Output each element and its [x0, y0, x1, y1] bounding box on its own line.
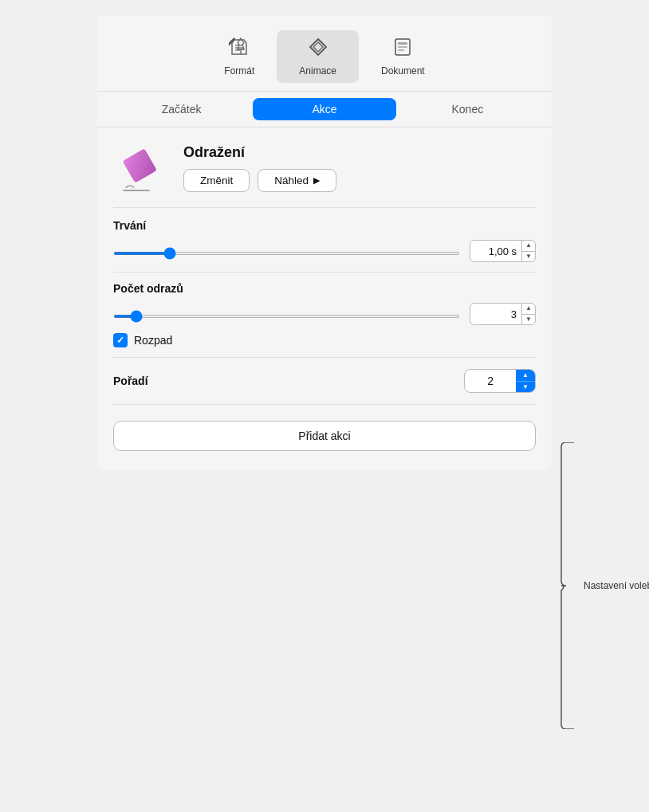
- tab-akce[interactable]: Akce: [253, 98, 395, 120]
- annotation-text: Nastavení voleb animace: [584, 579, 649, 593]
- poradi-row: Pořadí 2 ▲ ▼: [113, 369, 536, 393]
- svg-rect-8: [398, 49, 404, 51]
- animation-info: Odražení Změnit Náhled ▶: [183, 144, 536, 192]
- count-down-arrow[interactable]: ▼: [522, 315, 535, 325]
- count-slider[interactable]: [113, 315, 460, 318]
- divider-1: [113, 272, 536, 273]
- animation-header: Odražení Změnit Náhled ▶: [113, 140, 536, 208]
- duration-label: Trvání: [113, 219, 536, 232]
- format-icon: [229, 37, 250, 62]
- duration-stepper: 1,00 s ▲ ▼: [470, 240, 536, 262]
- dokument-label: Dokument: [381, 65, 425, 76]
- divider-3: [113, 404, 536, 405]
- duration-down-arrow[interactable]: ▼: [522, 252, 535, 262]
- preview-button[interactable]: Náhled ▶: [258, 169, 336, 192]
- poradi-up-arrow[interactable]: ▲: [516, 370, 535, 382]
- toolbar-format[interactable]: Formát: [202, 30, 277, 83]
- poradi-label: Pořadí: [113, 375, 148, 387]
- play-icon: ▶: [313, 175, 320, 186]
- count-slider-wrapper: [113, 307, 460, 321]
- divider-2: [113, 357, 536, 358]
- duration-value: 1,00 s: [470, 241, 521, 261]
- rozpad-row: ✓ Rozpad: [113, 333, 536, 347]
- settings-area: Trvání 1,00 s ▲ ▼: [113, 219, 536, 451]
- duration-section: Trvání 1,00 s ▲ ▼: [113, 219, 536, 262]
- annotation: Nastavení voleb animace: [560, 442, 649, 729]
- svg-rect-7: [398, 46, 407, 48]
- count-stepper: 3 ▲ ▼: [470, 303, 536, 325]
- duration-slider-row: 1,00 s ▲ ▼: [113, 240, 536, 262]
- animace-label: Animace: [299, 65, 336, 76]
- animation-buttons: Změnit Náhled ▶: [183, 169, 536, 192]
- rozpad-label: Rozpad: [134, 334, 172, 347]
- count-up-arrow[interactable]: ▲: [522, 304, 535, 315]
- animation-preview-icon: [113, 140, 169, 196]
- animace-icon: [308, 37, 328, 62]
- segment-tabs: Začátek Akce Konec: [97, 92, 552, 127]
- count-label: Počet odrazů: [113, 282, 536, 295]
- svg-rect-6: [398, 42, 407, 45]
- change-button[interactable]: Změnit: [183, 169, 250, 192]
- animation-title: Odražení: [183, 144, 536, 161]
- poradi-arrows: ▲ ▼: [516, 370, 535, 392]
- checkmark-icon: ✓: [116, 335, 124, 346]
- count-slider-row: 3 ▲ ▼: [113, 303, 536, 325]
- add-action-button[interactable]: Přidat akci: [113, 421, 536, 451]
- poradi-down-arrow[interactable]: ▼: [516, 382, 535, 393]
- format-label: Formát: [224, 65, 254, 76]
- dokument-icon: [392, 37, 413, 62]
- tab-zacatek[interactable]: Začátek: [110, 98, 253, 120]
- tab-konec[interactable]: Konec: [396, 98, 539, 120]
- toolbar-animace[interactable]: Animace: [277, 30, 359, 83]
- main-content: Odražení Změnit Náhled ▶ Trvání: [97, 127, 552, 470]
- count-value: 3: [470, 304, 521, 324]
- rozpad-checkbox[interactable]: ✓: [113, 333, 128, 347]
- poradi-stepper: 2 ▲ ▼: [464, 369, 536, 393]
- poradi-value: 2: [465, 370, 516, 392]
- toolbar: Formát Animace Dokument: [97, 16, 552, 92]
- bracket-icon: [560, 442, 576, 729]
- duration-arrows: ▲ ▼: [521, 241, 535, 261]
- duration-up-arrow[interactable]: ▲: [522, 241, 535, 252]
- duration-slider-wrapper: [113, 244, 460, 258]
- duration-slider[interactable]: [113, 252, 460, 255]
- svg-rect-10: [123, 148, 157, 182]
- count-arrows: ▲ ▼: [521, 304, 535, 324]
- count-section: Počet odrazů 3 ▲ ▼: [113, 282, 536, 347]
- toolbar-dokument[interactable]: Dokument: [359, 30, 447, 83]
